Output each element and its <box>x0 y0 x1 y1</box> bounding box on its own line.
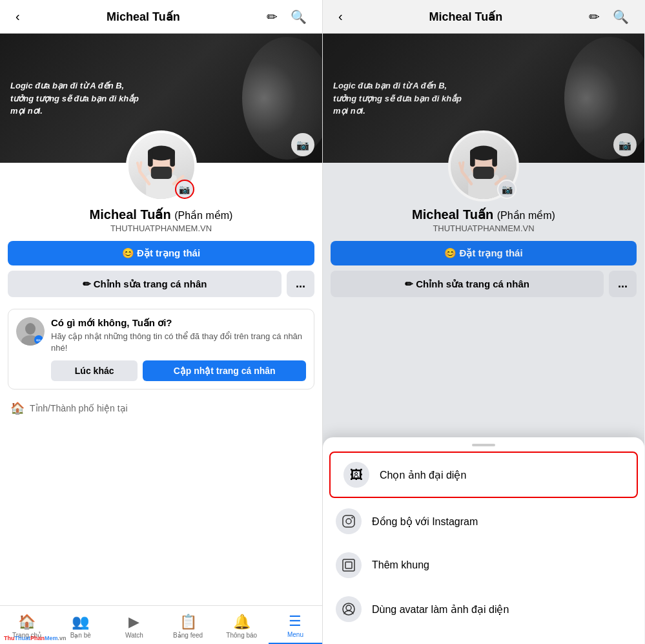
right-avatar-icon <box>336 596 362 622</box>
right-cover-camera-button[interactable]: 📷 <box>613 133 637 156</box>
left-search-icon[interactable]: 🔍 <box>285 6 312 27</box>
right-sheet-item-avatar[interactable]: Dùng avatar làm ảnh đại diện <box>323 587 644 631</box>
right-profile-website: THUTHUATPHANMEM.VN <box>433 223 534 233</box>
left-later-button[interactable]: Lúc khác <box>51 360 138 381</box>
right-choose-photo-icon: 🖼 <box>343 462 369 488</box>
svg-rect-5 <box>150 167 171 179</box>
right-search-icon[interactable]: 🔍 <box>608 6 634 27</box>
right-header-title: Micheal Tuấn <box>348 10 584 24</box>
right-instagram-icon <box>336 508 362 534</box>
left-notifications-icon: 🔔 <box>233 614 251 630</box>
left-profile-name: Micheal Tuấn (Phần mềm) <box>90 207 233 222</box>
right-instagram-label: Đồng bộ với Instagram <box>372 515 478 528</box>
right-profile-section: 📷 Micheal Tuấn (Phần mềm) THUTHUATPHANME… <box>323 163 644 241</box>
left-info-avatar: ✏ <box>16 317 45 346</box>
left-nav-menu[interactable]: ☰ Menu <box>269 606 322 644</box>
svg-rect-28 <box>343 559 354 571</box>
left-update-button[interactable]: Cập nhật trang cá nhân <box>143 360 306 381</box>
right-frame-svg <box>342 558 356 572</box>
left-profile-website: THUTHUATPHANMEM.VN <box>110 223 212 233</box>
left-profile-section: 📷 Micheal Tuấn (Phần mềm) THUTHUATPHANME… <box>0 163 322 241</box>
left-location-icon: 🏠 <box>10 401 25 415</box>
left-action-buttons: 😊 Đặt trạng thái ✏ Chỉnh sửa trang cá nh… <box>0 241 322 304</box>
right-header-actions: ✏ 🔍 <box>584 6 634 27</box>
right-sheet-item-instagram[interactable]: Đồng bộ với Instagram <box>323 499 644 543</box>
right-add-frame-label: Thêm khung <box>372 559 429 571</box>
right-instagram-svg <box>342 514 356 528</box>
svg-line-8 <box>139 162 141 171</box>
right-back-button[interactable]: ‹ <box>333 6 348 26</box>
right-sheet-item-add-frame[interactable]: Thêm khung <box>323 543 644 587</box>
right-edit-row: ✏ Chỉnh sửa trang cá nhân ... <box>331 271 637 297</box>
left-nav-watch[interactable]: ▶ Watch <box>107 606 161 644</box>
left-nav-notifications-label: Thông báo <box>226 632 257 639</box>
right-choose-photo-label: Chọn ảnh đại diện <box>380 469 466 481</box>
svg-text:✏: ✏ <box>36 337 41 344</box>
left-edit-profile-button[interactable]: ✏ Chỉnh sửa trang cá nhân <box>8 271 282 297</box>
svg-rect-18 <box>470 149 475 167</box>
left-back-button[interactable]: ‹ <box>10 6 25 26</box>
right-set-status-button[interactable]: 😊 Đặt trạng thái <box>331 241 637 265</box>
svg-point-26 <box>346 519 351 524</box>
left-header: ‹ Micheal Tuấn ✏ 🔍 <box>0 0 322 34</box>
left-info-title: Có gì mới không, Tuấn ơi? <box>51 317 306 329</box>
left-set-status-button[interactable]: 😊 Đặt trạng thái <box>8 241 314 265</box>
left-header-actions: ✏ 🔍 <box>261 6 312 27</box>
svg-rect-20 <box>473 167 494 179</box>
left-location-row: 🏠 Tỉnh/Thành phố hiện tại <box>0 395 322 422</box>
svg-point-27 <box>351 517 353 518</box>
right-profile-name: Micheal Tuấn (Phần mềm) <box>412 207 555 222</box>
svg-rect-29 <box>345 562 352 568</box>
left-menu-icon: ☰ <box>289 613 302 630</box>
left-info-buttons: Lúc khác Cập nhật trang cá nhân <box>51 360 306 381</box>
left-info-card: ✏ Có gì mới không, Tuấn ơi? Hãy cập nhật… <box>8 309 314 390</box>
svg-point-31 <box>346 605 351 610</box>
left-header-title: Micheal Tuấn <box>25 10 261 24</box>
left-cover-camera-button[interactable]: 📷 <box>291 133 314 156</box>
right-edit-icon[interactable]: ✏ <box>584 6 605 27</box>
left-brand-logo: ThuThuatPhanMem.vn <box>0 634 70 643</box>
left-edit-row: ✏ Chỉnh sửa trang cá nhân ... <box>8 271 314 297</box>
right-sheet-handle <box>472 444 495 446</box>
right-action-buttons: 😊 Đặt trạng thái ✏ Chỉnh sửa trang cá nh… <box>323 241 644 304</box>
svg-line-23 <box>462 162 464 171</box>
left-edit-icon[interactable]: ✏ <box>261 6 283 27</box>
left-nav-notifications[interactable]: 🔔 Thông báo <box>215 606 269 644</box>
right-panel: ‹ Micheal Tuấn ✏ 🔍 Logic đưa bạn đi từ A… <box>322 0 644 644</box>
right-more-button[interactable]: ... <box>609 271 637 297</box>
right-avatar-wrapper: 📷 <box>448 130 519 202</box>
left-home-icon: 🏠 <box>18 614 36 630</box>
right-sheet-item-choose-photo[interactable]: 🖼 Chọn ảnh đại diện <box>329 452 638 498</box>
left-nav-menu-label: Menu <box>287 631 303 638</box>
left-location-text: Tỉnh/Thành phố hiện tại <box>30 403 128 413</box>
right-bottom-sheet: 🖼 Chọn ảnh đại diện Đồng bộ với Instagra… <box>323 437 644 644</box>
left-avatar-wrapper: 📷 <box>126 130 197 202</box>
right-edit-profile-button[interactable]: ✏ Chỉnh sửa trang cá nhân <box>331 271 604 297</box>
left-nav-watch-label: Watch <box>125 632 143 639</box>
left-nav-feed[interactable]: 📋 Bảng feed <box>161 606 215 644</box>
svg-rect-3 <box>148 149 153 167</box>
left-feed-icon: 📋 <box>179 614 197 630</box>
left-watch-icon: ▶ <box>128 614 139 630</box>
svg-rect-4 <box>170 149 175 167</box>
left-nav-friends-label: Bạn bè <box>70 632 91 639</box>
left-info-avatar-svg: ✏ <box>16 317 45 346</box>
left-more-button[interactable]: ... <box>287 271 314 297</box>
svg-point-11 <box>25 323 36 335</box>
left-panel: ‹ Micheal Tuấn ✏ 🔍 Logic đưa bạn đi từ A… <box>0 0 322 644</box>
left-bottom-nav: 🏠 Trang chủ 👥 Bạn bè ▶ Watch 📋 Bảng feed… <box>0 605 322 644</box>
left-nav-feed-label: Bảng feed <box>173 632 203 639</box>
right-header: ‹ Micheal Tuấn ✏ 🔍 <box>323 0 644 34</box>
left-cover-text: Logic đưa bạn đi từ A đến B, tưởng tượng… <box>10 79 139 118</box>
right-avatar-svg <box>342 602 356 616</box>
left-avatar-camera-button[interactable]: 📷 <box>175 180 194 199</box>
right-avatar-label: Dùng avatar làm ảnh đại diện <box>372 603 509 616</box>
left-friends-icon: 👥 <box>72 614 89 630</box>
left-info-content: Có gì mới không, Tuấn ơi? Hãy cập nhật n… <box>51 317 306 381</box>
left-info-text: Hãy cập nhật những thông tin có thể đã t… <box>51 331 306 354</box>
right-avatar-camera-button[interactable]: 📷 <box>497 180 517 199</box>
right-add-frame-icon <box>336 552 362 578</box>
right-cover-text: Logic đưa bạn đi từ A đến B, tưởng tượng… <box>333 79 462 118</box>
svg-rect-19 <box>492 149 497 167</box>
